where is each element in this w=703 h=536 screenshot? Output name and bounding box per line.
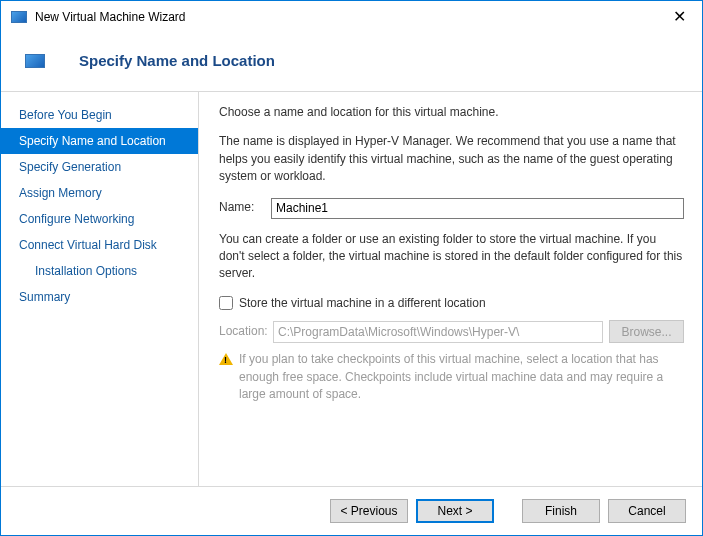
- browse-button: Browse...: [609, 320, 684, 343]
- sidebar-item-installation-options[interactable]: Installation Options: [1, 258, 198, 284]
- sidebar-item-specify-name-location[interactable]: Specify Name and Location: [1, 128, 198, 154]
- name-row: Name:: [219, 198, 684, 219]
- location-input: [273, 321, 603, 343]
- finish-button[interactable]: Finish: [522, 499, 600, 523]
- content-panel: Choose a name and location for this virt…: [199, 92, 702, 486]
- close-icon[interactable]: ✕: [667, 7, 692, 26]
- sidebar-item-summary[interactable]: Summary: [1, 284, 198, 310]
- wizard-body: Before You Begin Specify Name and Locati…: [1, 92, 702, 486]
- sidebar-item-configure-networking[interactable]: Configure Networking: [1, 206, 198, 232]
- titlebar: New Virtual Machine Wizard ✕: [1, 1, 702, 28]
- warning-text: If you plan to take checkpoints of this …: [239, 351, 684, 403]
- sidebar-item-connect-vhd[interactable]: Connect Virtual Hard Disk: [1, 232, 198, 258]
- sidebar: Before You Begin Specify Name and Locati…: [1, 92, 199, 486]
- name-label: Name:: [219, 199, 271, 216]
- location-label: Location:: [219, 323, 273, 340]
- cancel-button[interactable]: Cancel: [608, 499, 686, 523]
- store-different-row: Store the virtual machine in a different…: [219, 295, 684, 312]
- sidebar-item-specify-generation[interactable]: Specify Generation: [1, 154, 198, 180]
- next-button[interactable]: Next >: [416, 499, 494, 523]
- name-input[interactable]: [271, 198, 684, 219]
- intro-text: Choose a name and location for this virt…: [219, 104, 684, 121]
- wizard-footer: < Previous Next > Finish Cancel: [1, 486, 702, 535]
- sidebar-item-before-you-begin[interactable]: Before You Begin: [1, 102, 198, 128]
- spacer: [502, 499, 514, 523]
- warning-row: If you plan to take checkpoints of this …: [219, 351, 684, 403]
- wizard-header: Specify Name and Location: [1, 28, 702, 92]
- window-title: New Virtual Machine Wizard: [35, 10, 186, 24]
- location-row: Location: Browse...: [219, 320, 684, 343]
- name-help-text: The name is displayed in Hyper-V Manager…: [219, 133, 684, 185]
- folder-help-text: You can create a folder or use an existi…: [219, 231, 684, 283]
- app-icon: [11, 11, 27, 23]
- page-title: Specify Name and Location: [79, 52, 275, 69]
- wizard-icon: [25, 54, 45, 68]
- sidebar-item-assign-memory[interactable]: Assign Memory: [1, 180, 198, 206]
- store-different-label: Store the virtual machine in a different…: [239, 295, 486, 312]
- store-different-checkbox[interactable]: [219, 296, 233, 310]
- previous-button[interactable]: < Previous: [330, 499, 408, 523]
- warning-icon: [219, 353, 233, 365]
